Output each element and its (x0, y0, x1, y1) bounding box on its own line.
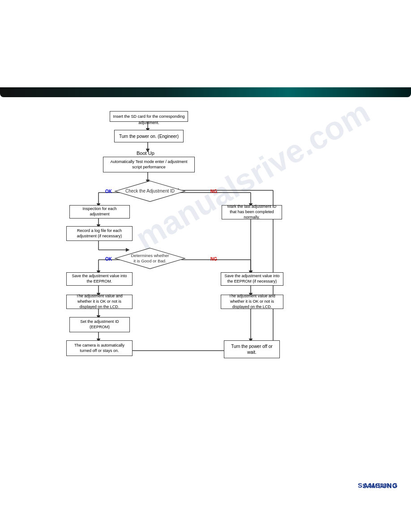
ok-label-determine: OK (105, 257, 112, 262)
node-check-id: Check the Adjustment ID (114, 180, 186, 202)
node-save-ng: Save the adjustment value into the EEPRO… (221, 272, 283, 286)
node-mark-last: Mark the last adjustment ID that has bee… (222, 205, 282, 219)
node-turn-off: Turn the power off or wait. (224, 340, 280, 358)
node-save-ok: Save the adjustment value into the EEPRO… (66, 272, 133, 286)
node-inspection: Inspection for each adjustment (69, 205, 130, 219)
node-turn-power-on: Turn the power on. (Engineer) (114, 130, 184, 142)
node-boot-up: Boot Up (137, 150, 154, 156)
node-set-id: Set the adjustment ID (EEPROM) (69, 317, 130, 332)
node-record-log: Record a log file for each adjustment (i… (66, 226, 133, 241)
node-display-ng: The adjustment value and whether it is O… (221, 295, 283, 309)
diamond-determine: Determines whether it is Good or Bad. (114, 247, 186, 270)
node-auto-test: Automatically Test mode enter / adjustme… (103, 157, 195, 172)
ng-label-determine: NG (210, 257, 217, 262)
flowchart-arrows (45, 103, 367, 425)
node-insert-sd: Insert the SD card for the corresponding… (110, 111, 188, 122)
svg-text:Check the Adjustment ID: Check the Adjustment ID (125, 189, 175, 193)
node-determine: Determines whether it is Good or Bad. (114, 247, 186, 270)
samsung-brand-logo: SAMSUNG (358, 481, 398, 489)
ok-label-check-id: OK (105, 189, 112, 194)
diamond-check-id: Check the Adjustment ID (114, 180, 186, 202)
node-display-ok: The adjustment value and whether it is O… (66, 295, 133, 309)
svg-text:Determines whether: Determines whether (131, 253, 169, 258)
node-camera-off: The camera is automatically turned off o… (66, 340, 133, 356)
ng-label-check-id: NG (210, 189, 217, 194)
top-bar (0, 87, 411, 97)
svg-text:it is Good or Bad.: it is Good or Bad. (133, 258, 166, 263)
